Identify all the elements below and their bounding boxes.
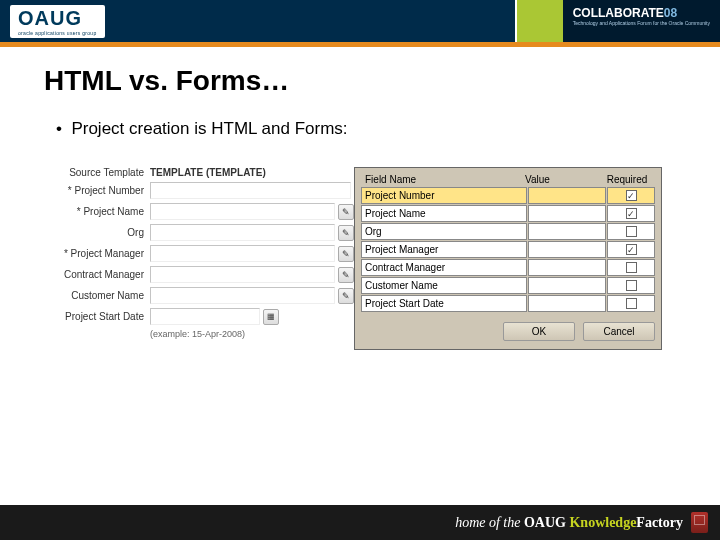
table-header: Field Name Value Required bbox=[361, 174, 655, 185]
form-row: Contract Manager✎ bbox=[44, 266, 354, 283]
quickpick-icon[interactable]: ✎ bbox=[338, 204, 354, 220]
collab-subtitle: Technology and Applications Forum for th… bbox=[573, 20, 710, 26]
field-name-cell: Customer Name bbox=[361, 277, 527, 294]
table-row[interactable]: Customer Name bbox=[361, 277, 655, 294]
checkbox-icon[interactable] bbox=[626, 262, 637, 273]
cancel-button[interactable]: Cancel bbox=[583, 322, 655, 341]
quickpick-icon[interactable]: ✎ bbox=[338, 288, 354, 304]
value-cell[interactable] bbox=[528, 259, 606, 276]
calendar-icon[interactable]: ▦ bbox=[263, 309, 279, 325]
field-label: Source Template bbox=[44, 167, 150, 178]
required-cell bbox=[607, 277, 655, 294]
collab-text: COLLABORATE bbox=[573, 6, 664, 20]
form-row: Customer Name✎ bbox=[44, 287, 354, 304]
footer-knowledge: Knowledge bbox=[569, 515, 636, 530]
value-cell[interactable] bbox=[528, 223, 606, 240]
green-accent bbox=[515, 0, 563, 42]
value-cell[interactable] bbox=[528, 241, 606, 258]
footer-factory: Factory bbox=[636, 515, 683, 530]
text-input[interactable] bbox=[150, 182, 351, 199]
bullet-point: • Project creation is HTML and Forms: bbox=[56, 119, 676, 139]
collab-year: 08 bbox=[664, 6, 677, 20]
field-label: Contract Manager bbox=[44, 269, 150, 280]
date-input[interactable] bbox=[150, 308, 260, 325]
table-row[interactable]: Project Start Date bbox=[361, 295, 655, 312]
table-row[interactable]: Contract Manager bbox=[361, 259, 655, 276]
logo-text: OAUG bbox=[18, 7, 97, 30]
checkbox-icon[interactable] bbox=[626, 280, 637, 291]
form-row: * Project Manager✎ bbox=[44, 245, 354, 262]
checkbox-icon[interactable]: ✓ bbox=[626, 190, 637, 201]
table-row[interactable]: Project Name✓ bbox=[361, 205, 655, 222]
col-header-value: Value bbox=[525, 174, 603, 185]
form-row: Org✎ bbox=[44, 224, 354, 241]
field-label: Project Start Date bbox=[44, 311, 150, 322]
forms-comparison: Source Template TEMPLATE (TEMPLATE) * Pr… bbox=[44, 167, 676, 350]
oaug-logo: OAUG oracle applications users group bbox=[10, 5, 105, 38]
field-name-cell: Org bbox=[361, 223, 527, 240]
text-input[interactable] bbox=[150, 266, 335, 283]
slide-header: OAUG oracle applications users group COL… bbox=[0, 0, 720, 42]
table-row[interactable]: Project Number✓ bbox=[361, 187, 655, 204]
checkbox-icon[interactable] bbox=[626, 298, 637, 309]
text-input[interactable] bbox=[150, 224, 335, 241]
value-cell[interactable] bbox=[528, 277, 606, 294]
field-label: Org bbox=[44, 227, 150, 238]
required-cell: ✓ bbox=[607, 241, 655, 258]
col-header-field: Field Name bbox=[365, 174, 525, 185]
slide-content: HTML vs. Forms… • Project creation is HT… bbox=[0, 47, 720, 368]
date-example: (example: 15-Apr-2008) bbox=[150, 329, 354, 339]
html-form-screenshot: Source Template TEMPLATE (TEMPLATE) * Pr… bbox=[44, 167, 354, 350]
checkbox-icon[interactable] bbox=[626, 226, 637, 237]
slide-footer: home of the OAUG KnowledgeFactory bbox=[0, 505, 720, 540]
ok-button[interactable]: OK bbox=[503, 322, 575, 341]
factory-icon bbox=[691, 512, 708, 533]
field-name-cell: Project Start Date bbox=[361, 295, 527, 312]
form-row: * Project Number bbox=[44, 182, 354, 199]
footer-text: home of the OAUG KnowledgeFactory bbox=[455, 515, 683, 531]
text-input[interactable] bbox=[150, 287, 335, 304]
value-cell[interactable] bbox=[528, 187, 606, 204]
field-label: * Project Manager bbox=[44, 248, 150, 259]
source-template-row: Source Template TEMPLATE (TEMPLATE) bbox=[44, 167, 354, 178]
quickpick-icon[interactable]: ✎ bbox=[338, 267, 354, 283]
header-right: COLLABORATE08 Technology and Application… bbox=[515, 0, 720, 42]
checkbox-icon[interactable]: ✓ bbox=[626, 208, 637, 219]
field-name-cell: Project Number bbox=[361, 187, 527, 204]
required-cell: ✓ bbox=[607, 187, 655, 204]
slide-title: HTML vs. Forms… bbox=[44, 65, 676, 97]
text-input[interactable] bbox=[150, 245, 335, 262]
quickpick-icon[interactable]: ✎ bbox=[338, 225, 354, 241]
field-name-cell: Project Manager bbox=[361, 241, 527, 258]
start-date-row: Project Start Date ▦ bbox=[44, 308, 354, 325]
required-cell bbox=[607, 259, 655, 276]
field-label: * Project Number bbox=[44, 185, 150, 196]
footer-oaug: OAUG bbox=[524, 515, 566, 530]
field-value: TEMPLATE (TEMPLATE) bbox=[150, 167, 266, 178]
field-name-cell: Project Name bbox=[361, 205, 527, 222]
field-name-cell: Contract Manager bbox=[361, 259, 527, 276]
table-row[interactable]: Project Manager✓ bbox=[361, 241, 655, 258]
required-cell: ✓ bbox=[607, 205, 655, 222]
logo-subtitle: oracle applications users group bbox=[18, 30, 97, 36]
form-row: * Project Name✎ bbox=[44, 203, 354, 220]
required-cell bbox=[607, 223, 655, 240]
dialog-buttons: OK Cancel bbox=[361, 322, 655, 341]
required-cell bbox=[607, 295, 655, 312]
text-input[interactable] bbox=[150, 203, 335, 220]
value-cell[interactable] bbox=[528, 295, 606, 312]
quickpick-icon[interactable]: ✎ bbox=[338, 246, 354, 262]
col-header-required: Required bbox=[603, 174, 651, 185]
oracle-forms-screenshot: Field Name Value Required Project Number… bbox=[354, 167, 662, 350]
table-row[interactable]: Org bbox=[361, 223, 655, 240]
collaborate-logo: COLLABORATE08 Technology and Application… bbox=[563, 0, 720, 42]
field-label: Customer Name bbox=[44, 290, 150, 301]
value-cell[interactable] bbox=[528, 205, 606, 222]
checkbox-icon[interactable]: ✓ bbox=[626, 244, 637, 255]
field-label: * Project Name bbox=[44, 206, 150, 217]
